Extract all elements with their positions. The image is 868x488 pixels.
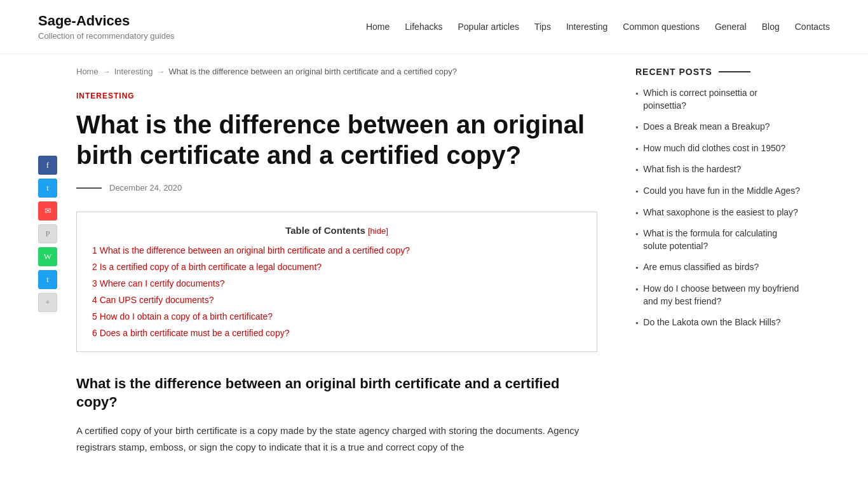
article-body-text: A certified copy of your birth certifica… <box>76 423 597 455</box>
nav-blog[interactable]: Blog <box>762 22 780 32</box>
main-content: Home → Interesting → What is the differe… <box>64 54 623 468</box>
recent-post-4: What fish is the hardest? <box>635 163 801 176</box>
article: INTERESTING What is the difference betwe… <box>76 92 597 455</box>
recent-post-6: What saxophone is the easiest to play? <box>635 207 801 219</box>
facebook-share-button[interactable]: f <box>38 156 57 175</box>
recent-post-5: Could you have fun in the Middle Ages? <box>635 185 801 198</box>
toc-item-6: 6 Does a birth certificate must be a cer… <box>92 327 581 339</box>
site-header: Sage-Advices Collection of recommendator… <box>0 0 868 54</box>
recent-post-link-7[interactable]: What is the formula for calculating solu… <box>643 227 801 252</box>
toc-link-4[interactable]: 4 Can UPS certify documents? <box>92 295 214 305</box>
recent-post-8: Are emus classified as birds? <box>635 261 801 274</box>
recent-post-link-8[interactable]: Are emus classified as birds? <box>643 261 759 274</box>
recent-post-7: What is the formula for calculating solu… <box>635 227 801 252</box>
nav-home[interactable]: Home <box>366 22 390 32</box>
whatsapp-share-button[interactable]: W <box>38 247 57 266</box>
social-sidebar: f t ✉ P W t + <box>38 54 64 468</box>
recent-posts-list: Which is correct poinsettia or poinsetti… <box>635 87 801 329</box>
nav-common-questions[interactable]: Common questions <box>623 22 700 32</box>
title-underline <box>719 71 750 72</box>
recent-post-link-4[interactable]: What fish is the hardest? <box>643 163 741 176</box>
twitter-share-button[interactable]: t <box>38 179 57 198</box>
recent-post-3: How much did clothes cost in 1950? <box>635 142 801 155</box>
date-text: December 24, 2020 <box>109 183 182 193</box>
nav-contacts[interactable]: Contacts <box>795 22 830 32</box>
section-1-heading: What is the difference between an origin… <box>76 375 597 411</box>
breadcrumb-home[interactable]: Home <box>76 67 98 76</box>
toc-item-4: 4 Can UPS certify documents? <box>92 294 581 306</box>
nav-interesting[interactable]: Interesting <box>566 22 607 32</box>
main-nav: Home Lifehacks Popular articles Tips Int… <box>366 22 830 32</box>
toc-link-5[interactable]: 5 How do I obtain a copy of a birth cert… <box>92 311 273 322</box>
nav-popular-articles[interactable]: Popular articles <box>458 22 519 32</box>
breadcrumb-current: What is the difference between an origin… <box>168 67 457 76</box>
recent-post-link-6[interactable]: What saxophone is the easiest to play? <box>643 207 798 219</box>
breadcrumb-arrow-1: → <box>102 67 111 76</box>
recent-post-2: Does a Break mean a Breakup? <box>635 121 801 133</box>
site-tagline: Collection of recommendatory guides <box>38 31 175 41</box>
more-share-button[interactable]: + <box>38 293 57 312</box>
toc-title: Table of Contents [hide] <box>92 225 581 236</box>
recent-post-link-5[interactable]: Could you have fun in the Middle Ages? <box>643 185 800 198</box>
toc-link-6[interactable]: 6 Does a birth certificate must be a cer… <box>92 328 289 338</box>
recent-post-10: Do the Lakota own the Black Hills? <box>635 316 801 329</box>
pinterest-share-button[interactable]: P <box>38 224 57 243</box>
toc-item-2: 2 Is a certified copy of a birth certifi… <box>92 261 581 273</box>
toc-item-1: 1 What is the difference between an orig… <box>92 245 581 256</box>
article-title: What is the difference between an origin… <box>76 109 597 170</box>
article-category: INTERESTING <box>76 92 597 100</box>
recent-post-link-9[interactable]: How do I choose between my boyfriend and… <box>643 283 801 308</box>
toc-link-1[interactable]: 1 What is the difference between an orig… <box>92 245 410 255</box>
toc-link-3[interactable]: 3 Where can I certify documents? <box>92 278 225 288</box>
breadcrumb: Home → Interesting → What is the differe… <box>76 67 597 76</box>
toc-item-3: 3 Where can I certify documents? <box>92 278 581 289</box>
twitter2-share-button[interactable]: t <box>38 270 57 289</box>
site-title: Sage-Advices <box>38 13 175 29</box>
toc-hide-link[interactable]: [hide] <box>368 226 388 236</box>
recent-post-link-2[interactable]: Does a Break mean a Breakup? <box>643 121 770 133</box>
right-sidebar: RECENT POSTS Which is correct poinsettia… <box>623 54 801 468</box>
recent-post-link-3[interactable]: How much did clothes cost in 1950? <box>643 142 785 155</box>
nav-tips[interactable]: Tips <box>534 22 551 32</box>
recent-post-link-1[interactable]: Which is correct poinsettia or poinsetti… <box>643 87 801 112</box>
toc-link-2[interactable]: 2 Is a certified copy of a birth certifi… <box>92 262 322 272</box>
recent-post-link-10[interactable]: Do the Lakota own the Black Hills? <box>643 316 780 329</box>
recent-posts-title: RECENT POSTS <box>635 67 801 77</box>
article-date: December 24, 2020 <box>76 183 597 193</box>
nav-general[interactable]: General <box>715 22 747 32</box>
recent-post-1: Which is correct poinsettia or poinsetti… <box>635 87 801 112</box>
email-share-button[interactable]: ✉ <box>38 201 57 220</box>
page-wrapper: f t ✉ P W t + Home → Interesting → What … <box>0 54 868 468</box>
toc-item-5: 5 How do I obtain a copy of a birth cert… <box>92 311 581 322</box>
breadcrumb-category[interactable]: Interesting <box>114 67 153 76</box>
table-of-contents: Table of Contents [hide] 1 What is the d… <box>76 212 597 352</box>
breadcrumb-arrow-2: → <box>156 67 165 76</box>
recent-post-9: How do I choose between my boyfriend and… <box>635 283 801 308</box>
date-line-decoration <box>76 187 102 189</box>
toc-list: 1 What is the difference between an orig… <box>92 245 581 339</box>
site-branding: Sage-Advices Collection of recommendator… <box>38 13 175 41</box>
nav-lifehacks[interactable]: Lifehacks <box>405 22 442 32</box>
